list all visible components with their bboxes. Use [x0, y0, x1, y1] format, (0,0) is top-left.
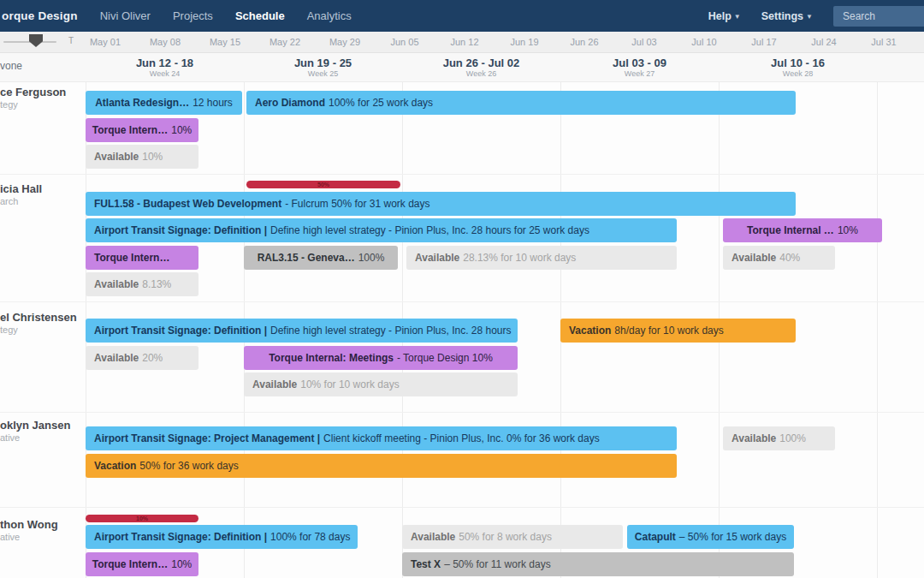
row-separator — [0, 412, 924, 413]
schedule-bar[interactable]: Torque Intern… — [86, 246, 198, 270]
schedule-bar[interactable]: Aero Diamond100% for 25 work days — [246, 91, 796, 115]
bar-title: Vacation — [569, 325, 611, 337]
bar-detail: – 50% for 11 work days — [444, 558, 551, 570]
schedule-bar[interactable]: FUL1.58 - Budapest Web Development- Fulc… — [86, 192, 796, 216]
schedule-bar[interactable]: Torque Internal …10% — [723, 218, 882, 242]
person-name[interactable]: icia Hall — [0, 182, 42, 195]
bar-detail: 100% for 25 work days — [329, 97, 433, 109]
bar-detail: 10% — [171, 558, 192, 570]
bar-title: Vacation — [94, 460, 136, 472]
schedule-bar[interactable]: Torque Intern…10% — [86, 552, 198, 576]
person-name[interactable]: oklyn Jansen — [0, 419, 70, 432]
ruler-date: May 15 — [195, 32, 255, 53]
bar-title: Torque Internal: Meetings — [269, 352, 394, 364]
bar-detail: Client kickoff meeting - Pinion Plus, In… — [323, 432, 600, 444]
schedule-bar[interactable]: Airport Transit Signage: Definition |Def… — [86, 218, 677, 242]
schedule-bar[interactable]: Available50% for 8 work days — [402, 525, 623, 549]
bar-title: Available — [94, 352, 139, 364]
chevron-down-icon: ▼ — [734, 13, 741, 21]
bar-title: Airport Transit Signage: Definition | — [94, 531, 267, 543]
group-filter-label[interactable]: vone — [0, 60, 22, 72]
bar-title: Available — [252, 378, 297, 390]
ruler-dates: May 01May 08May 15May 22May 29Jun 05Jun … — [75, 32, 914, 53]
bar-detail: 10% — [838, 224, 858, 236]
chevron-down-icon: ▼ — [806, 13, 813, 21]
schedule-bar[interactable]: Atlanta Redesign…12 hours — [86, 91, 242, 115]
schedule-bar[interactable]: Available40% — [723, 246, 835, 270]
bar-title: Catapult — [635, 531, 676, 543]
schedule-bar[interactable]: Test X– 50% for 11 work days — [402, 552, 794, 576]
week-header: Jun 19 - 25Week 25 — [244, 53, 402, 82]
schedule-bar[interactable]: Airport Transit Signage: Definition |Def… — [86, 319, 518, 343]
schedule-bar[interactable]: Available8.13% — [86, 272, 198, 296]
bar-title: Available — [732, 432, 776, 444]
schedule-app-window: orque Design Nivi OliverProjectsSchedule… — [0, 0, 924, 578]
schedule-bar[interactable]: RAL3.15 - Geneva…100% — [244, 246, 398, 270]
schedule-bar[interactable]: Vacation50% for 36 work days — [86, 454, 677, 478]
row-separator — [0, 507, 924, 508]
ruler-date: Jul 03 — [614, 32, 674, 53]
brand-logo[interactable]: orque Design — [2, 9, 78, 22]
row-separator — [0, 174, 924, 175]
nav-item-schedule[interactable]: Schedule — [235, 9, 285, 22]
top-navbar: orque Design Nivi OliverProjectsSchedule… — [0, 0, 924, 32]
schedule-bar[interactable]: Airport Transit Signage: Definition |100… — [86, 525, 358, 549]
schedule-bar[interactable]: Available10% — [86, 145, 198, 169]
ruler-date: Jun 19 — [495, 32, 554, 53]
schedule-bar[interactable]: Available20% — [86, 346, 198, 370]
bar-detail: 10% for 10 work days — [300, 378, 399, 390]
row-separator — [0, 301, 924, 302]
week-range-label: Jun 12 - 18 — [86, 57, 244, 69]
schedule-bar[interactable]: Available100% — [723, 426, 835, 450]
zoom-slider-handle[interactable] — [29, 34, 43, 47]
overbooked-indicator: 50% — [246, 181, 400, 188]
schedule-bar[interactable]: Torque Intern…10% — [86, 118, 198, 142]
week-header: Jul 10 - 16Week 28 — [719, 53, 877, 82]
person-role: arch — [0, 196, 18, 206]
nav-item-analytics[interactable]: Analytics — [307, 9, 352, 22]
bar-detail: 40% — [779, 252, 800, 264]
week-header: Jun 26 - Jul 02Week 26 — [402, 53, 560, 82]
ruler-date: Jul 24 — [794, 32, 854, 53]
week-number-label: Week 25 — [244, 69, 402, 79]
bar-title: Available — [94, 151, 139, 163]
person-name[interactable]: el Christensen — [0, 311, 77, 324]
bar-detail: 50% for 8 work days — [459, 531, 552, 543]
bar-title: Atlanta Redesign… — [95, 97, 189, 109]
person-name[interactable]: thon Wong — [0, 518, 58, 531]
schedule-bar[interactable]: Vacation8h/day for 10 work days — [560, 319, 796, 343]
week-range-label: Jun 26 - Jul 02 — [402, 57, 560, 69]
nav-left-group: orque Design Nivi OliverProjectsSchedule… — [0, 9, 352, 22]
bar-detail: 100% — [779, 432, 806, 444]
bar-title: Airport Transit Signage: Definition | — [94, 325, 267, 337]
bar-title: Test X — [411, 558, 441, 570]
schedule-bar[interactable]: Available10% for 10 work days — [244, 372, 518, 396]
nav-item-projects[interactable]: Projects — [173, 9, 213, 22]
person-name[interactable]: ce Ferguson — [0, 86, 66, 98]
ruler-date: Jul 10 — [674, 32, 734, 53]
schedule-bar[interactable]: Airport Transit Signage: Project Managem… — [86, 426, 677, 450]
week-headers: Jun 12 - 18Week 24Jun 19 - 25Week 25Jun … — [86, 53, 877, 82]
bar-detail: 12 hours — [192, 97, 233, 109]
bar-title: Available — [411, 531, 455, 543]
ruler-date: Jun 26 — [554, 32, 614, 53]
bar-detail: 100% for 78 days — [270, 531, 350, 543]
person-role: ative — [0, 432, 20, 443]
schedule-bar[interactable]: Catapult– 50% for 15 work days — [627, 525, 794, 549]
bar-title: Aero Diamond — [255, 97, 325, 109]
week-header: Jul 03 - 09Week 27 — [560, 53, 719, 82]
nav-item-nivi-oliver[interactable]: Nivi Oliver — [100, 9, 151, 22]
schedule-chart: ce FergusontegyAtlanta Redesign…12 hours… — [0, 82, 924, 578]
schedule-bar[interactable]: Available28.13% for 10 work days — [406, 246, 677, 270]
bar-title: Available — [732, 252, 776, 264]
search-input[interactable] — [833, 6, 924, 27]
settings-menu[interactable]: Settings▼ — [761, 10, 813, 22]
bar-detail: 10% — [142, 151, 163, 163]
help-menu[interactable]: Help▼ — [708, 10, 741, 22]
schedule-bar[interactable]: Torque Internal: Meetings- Torque Design… — [244, 346, 518, 370]
bar-title: Airport Transit Signage: Definition | — [94, 224, 267, 236]
ruler-date: May 01 — [75, 32, 135, 53]
bar-detail: 8h/day for 10 work days — [614, 325, 723, 337]
bar-detail: 28.13% for 10 work days — [463, 252, 576, 264]
week-number-label: Week 24 — [86, 69, 244, 79]
